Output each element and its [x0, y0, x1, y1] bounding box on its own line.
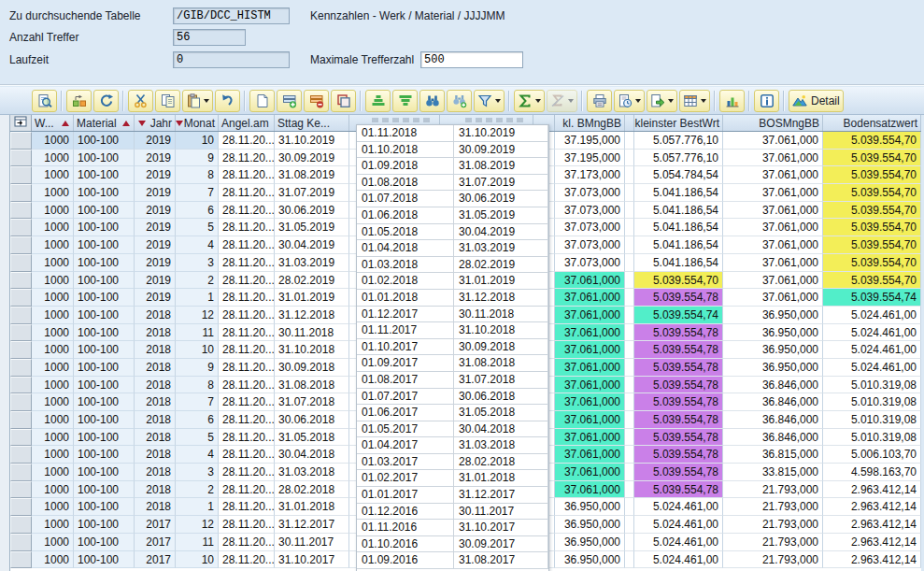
cell-bosmngbb[interactable]: 36.950,000 — [723, 324, 823, 342]
row-selector[interactable] — [10, 411, 32, 429]
dropdown-arrow-icon[interactable] — [495, 99, 501, 103]
hit-count-field[interactable] — [173, 29, 246, 46]
cell-jahr[interactable]: 2019 — [135, 150, 176, 167]
cell-jahr[interactable]: 2019 — [135, 272, 176, 290]
cell-bosmngbb[interactable]: 21.793,000 — [723, 498, 823, 516]
cell-jahr[interactable]: 2018 — [135, 341, 176, 359]
cell-angelam[interactable]: 28.11.20... — [219, 341, 275, 359]
cell-gap2[interactable] — [625, 324, 634, 342]
cell-jahr[interactable]: 2018 — [135, 411, 176, 429]
cell-bodensatzwert[interactable]: 4.598.163,70 — [823, 464, 921, 481]
cell-bodensatzwert[interactable]: 2.963.412,14 — [823, 498, 921, 516]
cell-klbmngbb[interactable]: 37.061,000 — [555, 359, 625, 377]
cell-werk[interactable]: 1000 — [32, 551, 74, 569]
cell-jahr[interactable]: 2018 — [135, 307, 176, 324]
cell-angelam[interactable]: 28.11.20... — [219, 272, 275, 290]
cell-material[interactable]: 100-100 — [74, 307, 135, 324]
cell-klbmngbb[interactable]: 37.061,000 — [555, 481, 625, 499]
cell-material[interactable]: 100-100 — [74, 429, 135, 447]
cell-material[interactable]: 100-100 — [74, 498, 135, 516]
cell-klbmngbb[interactable]: 36.950,000 — [555, 534, 625, 551]
cell-monat[interactable]: 12 — [176, 307, 219, 324]
cell-monat[interactable]: 7 — [176, 184, 219, 202]
cell-jahr[interactable]: 2017 — [135, 516, 176, 534]
cell-klbmngbb[interactable]: 37.061,000 — [555, 446, 625, 464]
cell-kleinsterbestwrt[interactable]: 5.039.554,78 — [634, 341, 723, 359]
cell-kleinsterbestwrt[interactable]: 5.039.554,70 — [634, 272, 723, 290]
cell-bosmngbb[interactable]: 37.061,000 — [723, 132, 823, 150]
cell-kleinsterbestwrt[interactable]: 5.041.186,54 — [634, 184, 723, 202]
paste-button[interactable] — [182, 90, 213, 112]
cell-werk[interactable]: 1000 — [32, 411, 74, 429]
cell-bodensatzwert[interactable]: 5.039.554,74 — [823, 289, 921, 307]
cell-jahr[interactable]: 2019 — [135, 184, 176, 202]
cell-kleinsterbestwrt[interactable]: 5.057.776,10 — [634, 150, 723, 167]
cell-bodensatzwert[interactable]: 2.963.412,14 — [823, 534, 921, 551]
cell-angelam[interactable]: 28.11.20... — [219, 411, 275, 429]
column-header-monat[interactable]: Monat — [176, 115, 219, 131]
cell-monat[interactable]: 10 — [176, 341, 219, 359]
cell-gap2[interactable] — [625, 166, 634, 184]
cell-klbmngbb[interactable]: 36.950,000 — [555, 551, 625, 569]
cell-kleinsterbestwrt[interactable]: 5.039.554,78 — [634, 393, 723, 411]
cell-material[interactable]: 100-100 — [74, 184, 135, 202]
cell-klbmngbb[interactable]: 37.061,000 — [555, 341, 625, 359]
copy-rows-button[interactable] — [331, 90, 356, 112]
cell-sttag[interactable]: 31.10.2019 — [275, 132, 349, 150]
cell-material[interactable]: 100-100 — [74, 393, 135, 411]
cell-werk[interactable]: 1000 — [32, 254, 74, 272]
cell-gap2[interactable] — [625, 289, 634, 307]
cell-klbmngbb[interactable]: 37.061,000 — [555, 429, 625, 447]
cell-gap2[interactable] — [625, 202, 634, 220]
cell-klbmngbb[interactable]: 37.073,000 — [555, 254, 625, 272]
cell-werk[interactable]: 1000 — [32, 184, 74, 202]
cell-monat[interactable]: 5 — [176, 219, 219, 236]
cell-werk[interactable]: 1000 — [32, 307, 74, 324]
cell-material[interactable]: 100-100 — [74, 132, 135, 150]
column-header-klbmngbb[interactable]: kl. BMngBB — [555, 115, 625, 131]
choose-detail-button[interactable] — [32, 90, 57, 112]
cell-angelam[interactable]: 28.11.20... — [219, 166, 275, 184]
cell-klbmngbb[interactable]: 37.073,000 — [555, 236, 625, 254]
cell-werk[interactable]: 1000 — [32, 464, 74, 481]
cell-bosmngbb[interactable]: 37.061,000 — [723, 289, 823, 307]
cell-bodensatzwert[interactable]: 5.010.319,08 — [823, 411, 921, 429]
cell-material[interactable]: 100-100 — [74, 464, 135, 481]
cell-sttag[interactable]: 30.04.2018 — [275, 446, 349, 464]
cell-monat[interactable]: 7 — [176, 393, 219, 411]
cell-sttag[interactable]: 31.08.2019 — [275, 166, 349, 184]
cell-sttag[interactable]: 31.10.2018 — [275, 341, 349, 359]
cell-angelam[interactable]: 28.11.20... — [219, 393, 275, 411]
filter-button[interactable] — [474, 90, 505, 112]
cell-angelam[interactable]: 28.11.20... — [219, 551, 275, 569]
cell-material[interactable]: 100-100 — [74, 516, 135, 534]
cell-jahr[interactable]: 2019 — [135, 254, 176, 272]
cell-gap2[interactable] — [625, 219, 634, 236]
print-preview-button[interactable] — [614, 90, 645, 112]
cell-bosmngbb[interactable]: 36.846,000 — [723, 411, 823, 429]
cell-bodensatzwert[interactable]: 5.039.554,70 — [823, 254, 921, 272]
cell-monat[interactable]: 2 — [176, 272, 219, 290]
cell-bodensatzwert[interactable]: 5.010.319,08 — [823, 393, 921, 411]
check-entries-button[interactable] — [66, 90, 92, 112]
dropdown-arrow-icon[interactable] — [701, 99, 706, 103]
cell-bosmngbb[interactable]: 21.793,000 — [723, 551, 823, 569]
cell-monat[interactable]: 1 — [176, 498, 219, 516]
cell-material[interactable]: 100-100 — [74, 534, 135, 551]
cell-bodensatzwert[interactable]: 5.024.461,00 — [823, 341, 921, 359]
cell-jahr[interactable]: 2018 — [135, 429, 176, 447]
cell-bodensatzwert[interactable]: 5.024.461,00 — [823, 359, 921, 377]
cell-material[interactable]: 100-100 — [74, 272, 135, 290]
cell-kleinsterbestwrt[interactable]: 5.039.554,78 — [634, 324, 723, 342]
row-selector[interactable] — [10, 393, 32, 411]
export-button[interactable] — [647, 90, 677, 112]
cell-werk[interactable]: 1000 — [32, 534, 74, 551]
cell-bosmngbb[interactable]: 37.061,000 — [723, 202, 823, 220]
cell-jahr[interactable]: 2018 — [135, 359, 176, 377]
cell-klbmngbb[interactable]: 37.073,000 — [555, 184, 625, 202]
cell-sttag[interactable]: 30.06.2019 — [275, 202, 349, 220]
cell-material[interactable]: 100-100 — [74, 377, 135, 394]
row-selector[interactable] — [10, 341, 32, 359]
cell-werk[interactable]: 1000 — [32, 132, 74, 150]
row-selector[interactable] — [10, 289, 32, 307]
